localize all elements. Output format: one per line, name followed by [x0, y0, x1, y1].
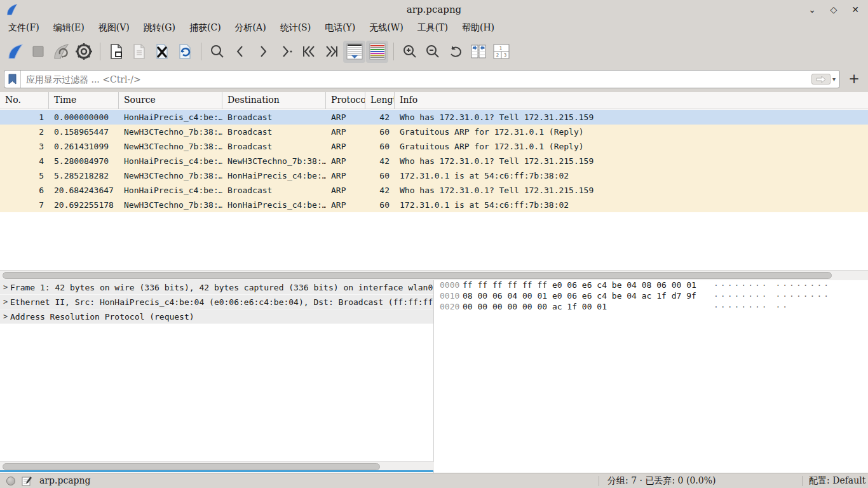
detail-row-2[interactable]: >Address Resolution Protocol (request) [0, 309, 433, 324]
close-file-button[interactable] [151, 41, 173, 63]
packet-row[interactable]: 720.692255178NewH3CTechno_7b:38:…HonHaiP… [0, 198, 868, 212]
capture-options-button[interactable] [72, 41, 95, 63]
expand-chevron-icon[interactable]: > [0, 312, 10, 321]
first-packet-button[interactable] [297, 41, 320, 63]
cell-protocol: ARP [326, 139, 365, 154]
start-capture-button[interactable] [4, 41, 26, 63]
packet-row[interactable]: 55.285218282NewH3CTechno_7b:38:…HonHaiPr… [0, 168, 868, 183]
menu-item-0[interactable]: 文件(F) [1, 20, 46, 36]
packet-row[interactable]: 10.000000000HonHaiPrecis_c4:be:…Broadcas… [0, 110, 868, 125]
packet-list-hscrollbar[interactable] [0, 270, 868, 280]
menu-item-10[interactable]: 帮助(H) [455, 20, 501, 36]
next-packet-button[interactable] [252, 41, 274, 63]
cell-time: 0.261431099 [49, 139, 119, 154]
zoom-in-button[interactable] [398, 41, 421, 63]
cell-length: 42 [365, 183, 395, 198]
chevron-left-icon [233, 44, 247, 58]
close-button[interactable]: ✕ [848, 2, 863, 17]
menu-item-8[interactable]: 无线(W) [362, 20, 410, 36]
cell-source: HonHaiPrecis_c4:be:… [119, 110, 222, 125]
detail-text: Ethernet II, Src: HonHaiPrecis_c4:be:04 … [10, 297, 433, 307]
reload-file-button[interactable] [173, 41, 196, 63]
gear-icon [76, 43, 92, 60]
go-to-packet-button[interactable] [275, 41, 297, 63]
save-file-icon [132, 43, 147, 60]
auto-scroll-icon [346, 43, 363, 60]
status-filename[interactable]: arp.pcapng [39, 475, 91, 485]
cell-protocol: ARP [326, 110, 365, 125]
svg-text:2: 2 [496, 53, 498, 58]
cell-time: 0.158965447 [49, 125, 119, 139]
hex-row-2[interactable]: 002000 00 00 00 00 00 ac 1f 00 01·······… [435, 302, 868, 313]
column-header-time[interactable]: Time [49, 92, 119, 109]
expert-info-icon[interactable] [6, 477, 15, 485]
column-header-source[interactable]: Source [119, 92, 222, 109]
menu-item-9[interactable]: 工具(T) [410, 20, 455, 36]
restart-capture-button[interactable] [50, 41, 72, 63]
hex-row-0[interactable]: 0000ff ff ff ff ff ff e0 06 e6 c4 be 04 … [435, 280, 868, 291]
menu-item-6[interactable]: 统计(S) [273, 20, 318, 36]
menu-item-7[interactable]: 电话(Y) [318, 20, 362, 36]
auto-scroll-button[interactable] [343, 41, 365, 63]
filter-dropdown-caret[interactable]: ▾ [832, 76, 836, 83]
zoom-reset-button[interactable] [444, 41, 466, 63]
column-header-destination[interactable]: Destination [222, 92, 326, 109]
packet-row[interactable]: 30.261431099NewH3CTechno_7b:38:…Broadcas… [0, 139, 868, 154]
display-filter-input[interactable] [21, 74, 811, 85]
filter-bookmark-icon[interactable] [4, 71, 21, 88]
menu-item-4[interactable]: 捕获(C) [182, 20, 228, 36]
maximize-button[interactable]: ◇ [826, 2, 841, 17]
menu-item-2[interactable]: 视图(V) [92, 20, 137, 36]
double-chevron-left-icon [301, 44, 316, 58]
menu-item-5[interactable]: 分析(A) [228, 20, 273, 36]
hex-offset: 0020 [435, 302, 463, 313]
filter-add-button[interactable]: + [845, 70, 863, 88]
expand-chevron-icon[interactable]: > [0, 297, 10, 306]
cell-time: 5.280084970 [49, 154, 119, 168]
column-header-protocol[interactable]: Protocol [326, 92, 365, 109]
expand-chevron-icon[interactable]: > [0, 283, 10, 292]
reload-file-icon [177, 43, 193, 60]
filter-apply-button[interactable] [811, 74, 831, 85]
status-profile[interactable]: 配置: Default [809, 475, 865, 487]
cell-no: 3 [0, 139, 49, 154]
previous-packet-button[interactable] [229, 41, 251, 63]
search-icon [210, 44, 225, 59]
status-separator [599, 476, 599, 486]
hex-ascii: ········ ········ [714, 291, 831, 302]
packet-row[interactable]: 20.158965447NewH3CTechno_7b:38:…Broadcas… [0, 125, 868, 139]
toolbar-separator [100, 43, 100, 60]
packet-bytes-pane: 0000ff ff ff ff ff ff e0 06 e6 c4 be 04 … [435, 280, 868, 473]
packet-row[interactable]: 620.684243647HonHaiPrecis_c4:be:…Broadca… [0, 183, 868, 198]
menu-item-3[interactable]: 跳转(G) [137, 20, 182, 36]
menu-bar: 文件(F)编辑(E)视图(V)跳转(G)捕获(C)分析(A)统计(S)电话(Y)… [0, 19, 868, 37]
detail-row-1[interactable]: >Ethernet II, Src: HonHaiPrecis_c4:be:04… [0, 295, 433, 309]
hex-ascii: ········ ········ [714, 280, 831, 291]
cell-source: NewH3CTechno_7b:38:… [119, 139, 222, 154]
resize-columns-button[interactable] [467, 41, 489, 63]
column-header-no[interactable]: No. [0, 92, 49, 109]
packet-row[interactable]: 45.280084970HonHaiPrecis_c4:be:…NewH3CTe… [0, 154, 868, 168]
save-file-button[interactable] [128, 41, 150, 63]
scrollbar-thumb[interactable] [3, 463, 380, 470]
detail-row-0[interactable]: >Frame 1: 42 bytes on wire (336 bits), 4… [0, 280, 433, 295]
menu-item-1[interactable]: 编辑(E) [46, 20, 92, 36]
last-packet-button[interactable] [320, 41, 342, 63]
layout-chooser-button[interactable]: 1 2 3 [490, 41, 512, 63]
find-packet-button[interactable] [206, 41, 228, 63]
open-file-button[interactable] [105, 41, 127, 63]
zoom-out-button[interactable] [421, 41, 444, 63]
colorize-button[interactable] [366, 41, 388, 63]
scrollbar-thumb[interactable] [3, 272, 832, 279]
column-header-length[interactable]: Length [365, 92, 395, 109]
capture-comment-icon[interactable] [22, 476, 32, 486]
layout-icon: 1 2 3 [492, 43, 510, 60]
cell-length: 60 [365, 125, 395, 139]
cell-no: 7 [0, 198, 49, 212]
hex-row-1[interactable]: 001008 00 06 04 00 01 e0 06 e6 c4 be 04 … [435, 291, 868, 302]
cell-protocol: ARP [326, 154, 365, 168]
stop-capture-button[interactable] [27, 41, 49, 63]
cell-length: 42 [365, 110, 395, 125]
column-header-info[interactable]: Info [395, 92, 868, 109]
minimize-button[interactable]: ⌄ [804, 2, 820, 17]
